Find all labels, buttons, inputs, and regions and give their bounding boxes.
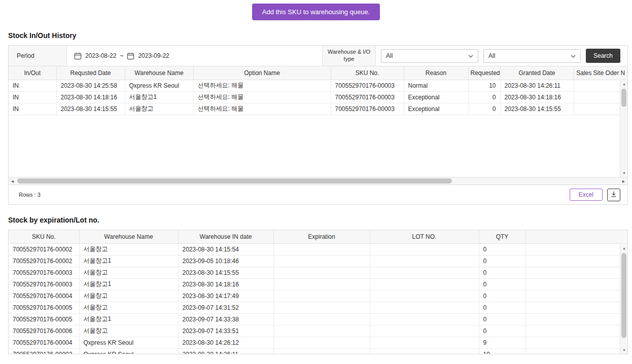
period-dates: 2023-08-22 ~ 2023-09-22 bbox=[67, 46, 322, 66]
stock-expiration-rows: 700552970176-00002서울창고2023-08-30 14:15:5… bbox=[9, 243, 627, 354]
col-inout[interactable]: In/Out bbox=[9, 66, 56, 80]
download-icon-button[interactable] bbox=[607, 189, 620, 201]
period-label: Period bbox=[9, 46, 67, 66]
grid-footer: Rows : 3 Excel bbox=[9, 185, 627, 204]
calendar-icon[interactable] bbox=[74, 52, 82, 60]
stock-history-rows: IN2023-08-30 14:25:58Qxpress KR Seoul선택하… bbox=[9, 80, 627, 115]
vertical-scrollbar[interactable]: ▲ ▼ bbox=[620, 244, 627, 354]
table-row[interactable]: IN2023-08-30 14:25:58Qxpress KR Seoul선택하… bbox=[9, 80, 627, 91]
chevron-down-icon bbox=[571, 52, 576, 59]
col-expiration[interactable]: Expiration bbox=[273, 230, 370, 243]
table-row[interactable]: 700552970176-00005서울창고12023-09-07 14:33:… bbox=[9, 313, 627, 325]
stock-expiration-title: Stock by expiration/Lot no. bbox=[8, 216, 628, 224]
warehouse-select[interactable]: All bbox=[381, 49, 478, 63]
stock-expiration-panel: SKU No. Warehouse Name Warehouse IN date… bbox=[8, 230, 628, 354]
top-action-bar: Add this SKU to warehousing queue. bbox=[0, 0, 632, 20]
vertical-scrollbar[interactable]: ▲ ▼ bbox=[620, 80, 627, 177]
table-row[interactable]: 700552970176-00003서울창고12023-08-30 14:18:… bbox=[9, 278, 627, 290]
search-button[interactable]: Search bbox=[586, 49, 620, 63]
table-row[interactable]: 700552970176-00004Qxpress KR Seoul2023-0… bbox=[9, 337, 627, 348]
col-warehouse-name[interactable]: Warehouse Name bbox=[125, 66, 193, 80]
table-row[interactable]: 700552970176-00003서울창고2023-08-30 14:15:5… bbox=[9, 267, 627, 278]
excel-button[interactable]: Excel bbox=[570, 189, 603, 201]
scroll-up-icon[interactable]: ▲ bbox=[620, 80, 627, 88]
col-qty[interactable]: QTY bbox=[479, 230, 525, 243]
col-option-name[interactable]: Option Name bbox=[193, 66, 331, 80]
col-requested-qty[interactable]: Requested... bbox=[468, 66, 500, 80]
horizontal-scrollbar[interactable]: ◀ ▶ bbox=[9, 177, 627, 185]
table-row[interactable]: 700552970176-00002서울창고12023-09-05 10:18:… bbox=[9, 255, 627, 267]
table-row[interactable]: IN2023-08-30 14:15:55서울창고선택하세요: 해물 70055… bbox=[9, 103, 627, 115]
col-lot-no[interactable]: LOT NO. bbox=[370, 230, 479, 243]
date-range-separator: ~ bbox=[120, 52, 123, 59]
scroll-right-icon[interactable]: ▶ bbox=[620, 177, 627, 185]
table-row[interactable]: IN2023-08-30 14:18:16서울창고1선택하세요: 해물 7005… bbox=[9, 91, 627, 103]
col-warehouse-name[interactable]: Warehouse Name bbox=[79, 230, 178, 243]
stock-history-table: In/Out Requsted Date Warehouse Name Opti… bbox=[9, 66, 627, 115]
col-sku-no[interactable]: SKU No. bbox=[9, 230, 79, 243]
chevron-down-icon bbox=[468, 52, 473, 59]
stock-history-title: Stock In/Out History bbox=[8, 31, 628, 40]
col-sales-site-order[interactable]: Sales Site Oder N bbox=[574, 66, 627, 80]
filter-bar: Period 2023-08-22 ~ 2023-09-22 Warehouse… bbox=[9, 46, 627, 66]
scrollbar-track[interactable] bbox=[620, 88, 627, 169]
col-warehouse-in-date[interactable]: Warehouse IN date bbox=[178, 230, 273, 243]
warehouse-select-value: All bbox=[386, 52, 393, 59]
download-icon bbox=[610, 191, 617, 199]
scrollbar-thumb[interactable] bbox=[17, 178, 452, 184]
stock-history-grid: In/Out Requsted Date Warehouse Name Opti… bbox=[9, 66, 627, 177]
scrollbar-track[interactable] bbox=[16, 177, 620, 185]
col-empty bbox=[525, 230, 627, 243]
col-granted-date[interactable]: Granted Date bbox=[500, 66, 574, 80]
io-type-select[interactable]: All bbox=[483, 49, 581, 63]
scrollbar-track[interactable] bbox=[620, 252, 627, 346]
table-row[interactable]: 700552970176-00003Qxpress KR Seoul2023-0… bbox=[9, 348, 627, 354]
calendar-icon[interactable] bbox=[127, 52, 134, 60]
main-content: Stock In/Out History Period 2023-08-22 ~… bbox=[8, 31, 628, 354]
header-row: In/Out Requsted Date Warehouse Name Opti… bbox=[9, 66, 627, 80]
table-row[interactable]: 700552970176-00006서울창고2023-09-07 14:33:5… bbox=[9, 325, 627, 337]
stock-history-panel: Period 2023-08-22 ~ 2023-09-22 Warehouse… bbox=[8, 45, 628, 205]
date-from-value[interactable]: 2023-08-22 bbox=[85, 52, 116, 59]
table-row[interactable]: 700552970176-00005서울창고2023-09-07 14:31:5… bbox=[9, 302, 627, 313]
col-reason[interactable]: Reason bbox=[404, 66, 468, 80]
col-sku-no[interactable]: SKU No. bbox=[331, 66, 404, 80]
stock-expiration-table: SKU No. Warehouse Name Warehouse IN date… bbox=[9, 230, 627, 354]
scrollbar-thumb[interactable] bbox=[621, 89, 626, 107]
scroll-down-icon[interactable]: ▼ bbox=[620, 346, 628, 354]
table-row[interactable]: 700552970176-00002서울창고2023-08-30 14:15:5… bbox=[9, 243, 627, 255]
rows-count: Rows : 3 bbox=[19, 192, 41, 198]
scroll-up-icon[interactable]: ▲ bbox=[620, 244, 628, 252]
date-to-value[interactable]: 2023-09-22 bbox=[138, 52, 169, 59]
scrollbar-thumb[interactable] bbox=[621, 253, 626, 338]
scroll-down-icon[interactable]: ▼ bbox=[620, 169, 627, 177]
scroll-left-icon[interactable]: ◀ bbox=[9, 177, 16, 185]
io-type-select-value: All bbox=[488, 52, 495, 59]
add-sku-button[interactable]: Add this SKU to warehousing queue. bbox=[252, 4, 380, 20]
warehouse-io-label: Warehouse & I/O type bbox=[322, 46, 376, 66]
header-row: SKU No. Warehouse Name Warehouse IN date… bbox=[9, 230, 627, 243]
table-row[interactable]: 700552970176-00004서울창고2023-08-30 14:17:4… bbox=[9, 290, 627, 302]
col-requested-date[interactable]: Requsted Date bbox=[56, 66, 125, 80]
